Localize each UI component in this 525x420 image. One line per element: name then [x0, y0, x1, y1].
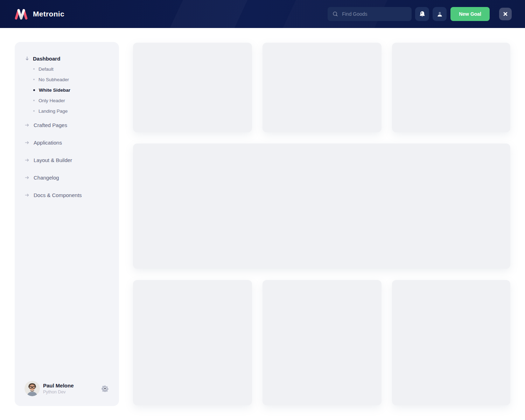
arrow-right-icon	[24, 175, 30, 180]
sidebar-item-no-subheader[interactable]: No Subheader	[15, 74, 119, 85]
user-card[interactable]: Paul Melone Python Dev	[24, 381, 109, 396]
placeholder-card-bottom-2	[262, 280, 382, 405]
sidebar-item-dashboard[interactable]: Dashboard	[15, 53, 119, 64]
search-input[interactable]	[342, 11, 407, 17]
sidebar-item-layout-builder[interactable]: Layout & Builder	[15, 151, 119, 169]
bullet-icon	[33, 100, 35, 101]
placeholder-card-top-1	[133, 43, 252, 132]
sidebar-item-applications[interactable]: Applications	[15, 134, 119, 151]
sidebar-menu: Dashboard Default No Subheader White Sid…	[15, 42, 119, 204]
placeholder-card-bottom-1	[133, 280, 252, 405]
arrow-right-icon	[24, 140, 30, 145]
bullet-icon	[33, 68, 35, 70]
bullet-icon	[33, 89, 35, 91]
sidebar-item-default[interactable]: Default	[15, 64, 119, 74]
sidebar-item-label: Docs & Components	[34, 192, 82, 198]
placeholder-card-top-3	[392, 43, 510, 132]
sidebar-item-docs-components[interactable]: Docs & Components	[15, 186, 119, 204]
header-actions: New Goal	[328, 7, 512, 21]
close-button[interactable]	[499, 8, 512, 20]
sidebar-item-label: Dashboard	[33, 56, 60, 62]
sidebar-item-label: Changelog	[34, 175, 59, 181]
sidebar-item-changelog[interactable]: Changelog	[15, 169, 119, 186]
bell-icon	[419, 10, 426, 18]
user-name: Paul Melone	[43, 383, 74, 388]
arrow-right-icon	[24, 158, 30, 163]
user-role: Python Dev	[43, 390, 74, 394]
sidebar-item-label: No Subheader	[38, 77, 69, 82]
brand[interactable]: Metronic	[15, 9, 64, 20]
bullet-icon	[33, 79, 35, 80]
search-icon	[332, 11, 338, 17]
sidebar-item-landing-page[interactable]: Landing Page	[15, 106, 119, 116]
arrow-down-icon	[24, 56, 30, 61]
bullet-icon	[33, 110, 35, 112]
sidebar-item-white-sidebar[interactable]: White Sidebar	[15, 85, 119, 95]
settings-button[interactable]	[101, 384, 109, 393]
sidebar-item-label: Layout & Builder	[34, 157, 72, 163]
profile-button[interactable]	[433, 7, 447, 21]
metronic-m-logo-icon	[15, 9, 28, 20]
sidebar-item-label: Applications	[34, 140, 62, 146]
sidebar: Dashboard Default No Subheader White Sid…	[15, 42, 119, 406]
placeholder-card-bottom-3	[392, 280, 510, 405]
sidebar-item-label: White Sidebar	[39, 88, 70, 93]
placeholder-card-wide	[133, 144, 510, 269]
user-icon	[436, 10, 443, 18]
new-goal-button[interactable]: New Goal	[450, 7, 490, 21]
sidebar-item-label: Default	[38, 66, 54, 72]
sidebar-item-crafted-pages[interactable]: Crafted Pages	[15, 116, 119, 134]
gear-icon	[102, 385, 108, 392]
avatar	[24, 381, 40, 396]
sidebar-item-label: Only Header	[38, 98, 65, 103]
sidebar-item-label: Crafted Pages	[34, 122, 67, 128]
search-box[interactable]	[328, 7, 412, 21]
placeholder-card-top-2	[262, 43, 382, 132]
arrow-right-icon	[24, 122, 30, 128]
sidebar-item-only-header[interactable]: Only Header	[15, 95, 119, 106]
close-icon	[503, 11, 508, 17]
user-info: Paul Melone Python Dev	[43, 383, 74, 394]
brand-name: Metronic	[33, 10, 64, 18]
notifications-button[interactable]	[415, 7, 429, 21]
app-header: Metronic	[0, 0, 525, 28]
arrow-right-icon	[24, 192, 30, 198]
sidebar-item-label: Landing Page	[38, 108, 68, 114]
